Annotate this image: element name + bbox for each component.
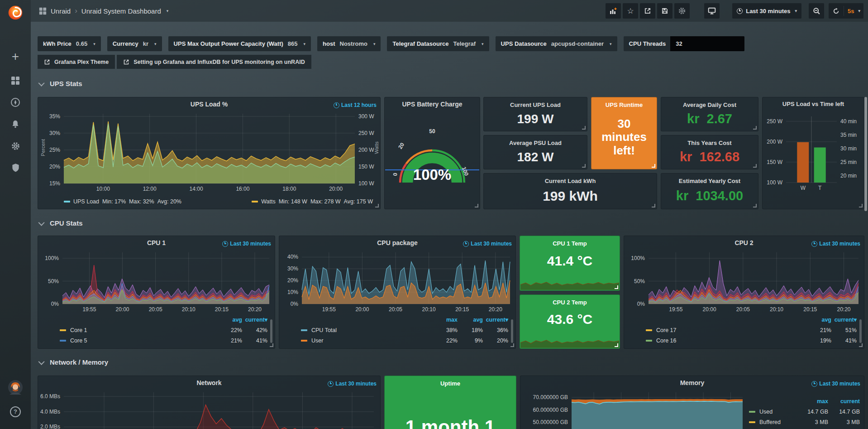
stat-title[interactable]: Uptime <box>385 380 516 387</box>
resize-handle[interactable] <box>753 164 757 168</box>
grafana-logo[interactable] <box>0 3 31 24</box>
legend-item-user[interactable]: User22%9%20% <box>301 335 508 346</box>
cpu2-chart[interactable]: 19:5520:0020:0520:1020:1520:20100%50%0% <box>649 252 858 304</box>
variable-host[interactable]: hostNostromo▾ <box>317 36 381 51</box>
resize-handle[interactable] <box>753 204 757 207</box>
share-button[interactable] <box>640 3 655 19</box>
resize-handle[interactable] <box>859 204 863 207</box>
dashboard-title[interactable]: Unraid System Dashboard <box>81 7 161 15</box>
y-tick-right: 100 W <box>358 180 374 187</box>
resize-handle[interactable] <box>859 343 863 347</box>
dashboard-link-grafana-plex-theme[interactable]: Grafana Plex Theme <box>38 55 115 69</box>
variable-kwh-price[interactable]: kWh Price0.65▾ <box>38 36 101 51</box>
panel-title[interactable]: UPS Load % <box>38 101 380 108</box>
variable-currency[interactable]: Currencykr▾ <box>107 36 162 51</box>
resize-handle[interactable] <box>582 126 586 130</box>
legend-item-core-5[interactable]: Core 521%41% <box>60 335 267 346</box>
star-button[interactable]: ☆ <box>623 3 638 19</box>
breadcrumb-app[interactable]: Unraid <box>51 7 71 15</box>
resize-handle[interactable] <box>652 204 655 207</box>
variable-ups-max-output-power-capacity-watt[interactable]: UPS Max Output Power Capacity (Watt)865▾ <box>168 36 311 51</box>
legend-item-cpu-total[interactable]: CPU Total38%18%36% <box>301 325 508 335</box>
network-chart[interactable]: 6.0 MBs4.0 MBs2.0 MBs <box>64 392 374 429</box>
ups-bar-chart[interactable]: 250 W200 W150 W100 W40 min35 min30 min25… <box>786 116 837 183</box>
legend-sort-current[interactable]: current <box>828 398 860 405</box>
legend-item-watts[interactable]: WattsMin: 148 WMax: 278 WAvg: 175 W <box>252 198 373 205</box>
resize-handle[interactable] <box>475 204 478 207</box>
stat-value: 41.4 °C <box>520 253 620 269</box>
resize-handle[interactable] <box>615 343 618 347</box>
resize-handle[interactable] <box>652 164 655 168</box>
create-icon[interactable]: + <box>0 52 31 63</box>
resize-handle[interactable] <box>375 204 379 207</box>
stat-title[interactable]: Current UPS Load <box>484 101 587 108</box>
configuration-gear-icon[interactable] <box>0 141 31 153</box>
resize-handle[interactable] <box>615 285 618 289</box>
dashboards-icon[interactable] <box>0 76 31 87</box>
stat-title[interactable]: Average PSU Load <box>484 140 587 146</box>
admin-shield-icon[interactable] <box>0 163 31 174</box>
stat-title[interactable]: CPU 2 Temp <box>520 299 620 306</box>
series-color-swatch <box>64 201 70 202</box>
legend-sort-current[interactable]: current▾ <box>831 316 857 323</box>
ups-load-chart[interactable]: 10:0012:0014:0016:0018:0020:0035%30%25%2… <box>64 114 355 183</box>
legend-scrollbar[interactable] <box>270 319 272 343</box>
variable-ups-datasource[interactable]: UPS Datasourceapcupsd-container▾ <box>496 36 617 51</box>
stat-title[interactable]: Estimated Yearly Cost <box>661 178 758 184</box>
legend-sort-max[interactable]: max <box>796 398 828 405</box>
legend-item-ups-load[interactable]: UPS LoadMin: 17%Max: 32%Avg: 20% <box>64 198 181 205</box>
legend-item-core-1[interactable]: Core 122%42% <box>60 325 267 335</box>
legend-item-core-16[interactable]: Core 1619%41% <box>646 335 857 346</box>
legend-sort-avg[interactable]: avg <box>217 317 242 323</box>
legend-sort-avg[interactable]: avg <box>806 317 831 323</box>
explore-compass-icon[interactable] <box>0 97 31 109</box>
legend-item-buffered[interactable]: Buffered3 MB3 MB <box>749 417 860 427</box>
legend-item-used[interactable]: Used14.7 GB14.7 GB <box>749 406 860 417</box>
help-icon[interactable]: ? <box>0 406 31 417</box>
section-ups-stats[interactable]: UPS Stats <box>40 80 82 87</box>
legend-scrollbar[interactable] <box>859 319 862 343</box>
refresh-interval-label[interactable]: 5s <box>844 8 857 14</box>
resize-handle[interactable] <box>753 126 757 130</box>
stat-title[interactable]: UPS Runtime <box>591 101 657 108</box>
time-range-picker[interactable]: Last 30 minutes ▾ <box>732 3 801 19</box>
title-caret-icon[interactable]: ▾ <box>165 9 169 13</box>
legend-sort-current[interactable]: current▾ <box>242 316 267 323</box>
memory-chart[interactable]: 70.000000 GB60.000000 GB50.000000 GB <box>572 392 743 429</box>
variable-cpu-threads[interactable]: CPU Threads32 <box>624 36 745 51</box>
legend-sort-avg[interactable]: avg <box>458 317 483 323</box>
x-tick: 20:20 <box>489 306 502 313</box>
cpu1-chart[interactable]: 19:5520:0020:0520:1020:1520:20100%50%0% <box>62 252 269 304</box>
variable-telegraf-datasource[interactable]: Telegraf DatasourceTelegraf▾ <box>387 36 489 51</box>
variable-input[interactable]: 32 <box>670 36 744 51</box>
dashboard-settings-button[interactable] <box>674 3 690 19</box>
stat-title[interactable]: Average Daily Cost <box>661 101 758 108</box>
stat-title[interactable]: Current Load kWh <box>484 178 657 184</box>
refresh-icon[interactable] <box>829 8 844 14</box>
cycle-view-button[interactable] <box>704 3 720 19</box>
refresh-picker[interactable]: 5s ▾ <box>829 3 863 19</box>
panel-title[interactable]: UPS Battery Charge <box>385 101 480 108</box>
resize-handle[interactable] <box>510 343 514 347</box>
save-button[interactable] <box>657 3 672 19</box>
panel-time-range: Last 30 minutes <box>222 241 271 247</box>
alerting-bell-icon[interactable] <box>0 120 31 130</box>
legend-item-core-17[interactable]: Core 1721%51% <box>646 325 857 335</box>
apps-grid-icon[interactable] <box>39 7 47 15</box>
resize-handle[interactable] <box>582 164 586 168</box>
resize-handle[interactable] <box>270 343 273 347</box>
stat-title[interactable]: This Years Cost <box>661 140 758 146</box>
page-scrollbar[interactable] <box>864 97 867 211</box>
user-avatar[interactable] <box>0 380 31 397</box>
stat-title[interactable]: CPU 1 Temp <box>520 240 620 247</box>
legend-sort-current[interactable]: current▾ <box>483 316 508 323</box>
dashboard-link-setting-up-grafana-and-influxdb-for-ups-monitoring-on-unraid[interactable]: Setting up Grafana and InfluxDB for UPS … <box>117 55 311 69</box>
section-network-memory[interactable]: Network / Memory <box>40 358 108 366</box>
legend-sort-max[interactable]: max <box>432 317 458 323</box>
add-panel-button[interactable] <box>606 3 621 19</box>
panel-title[interactable]: UPS Load vs Time left <box>763 101 864 107</box>
section-cpu-stats[interactable]: CPU Stats <box>40 219 83 227</box>
zoom-out-button[interactable] <box>809 3 824 19</box>
legend-scrollbar[interactable] <box>511 319 513 343</box>
cpu-package-chart[interactable]: 19:5520:0020:0520:1020:1520:2040%30%20%1… <box>302 252 510 304</box>
